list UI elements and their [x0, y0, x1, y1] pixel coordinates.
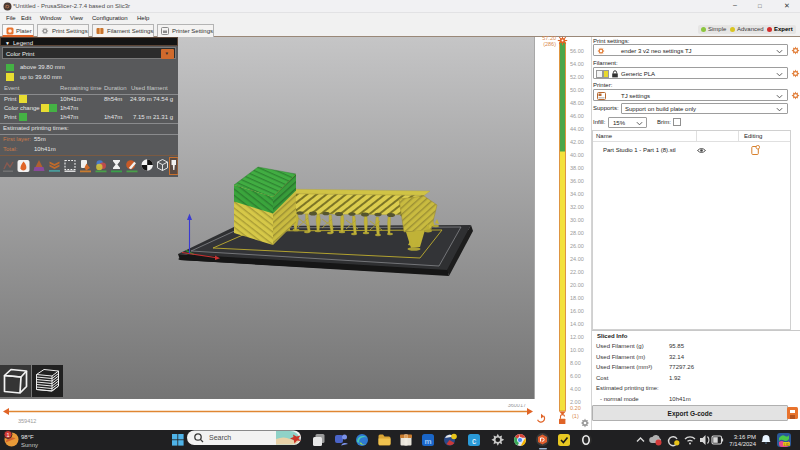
svg-text:Sunny: Sunny	[21, 442, 38, 448]
svg-text:3:16 PM: 3:16 PM	[734, 434, 756, 440]
svg-text:7/14/2024: 7/14/2024	[729, 441, 756, 447]
svg-text:Search: Search	[209, 434, 231, 441]
svg-text:1: 1	[6, 432, 9, 438]
svg-text:m: m	[424, 437, 431, 446]
svg-text:98°F: 98°F	[21, 434, 34, 440]
svg-text:359412: 359412	[18, 418, 36, 424]
svg-text:360017: 360017	[508, 404, 526, 408]
svg-text:LID: LID	[784, 443, 790, 447]
